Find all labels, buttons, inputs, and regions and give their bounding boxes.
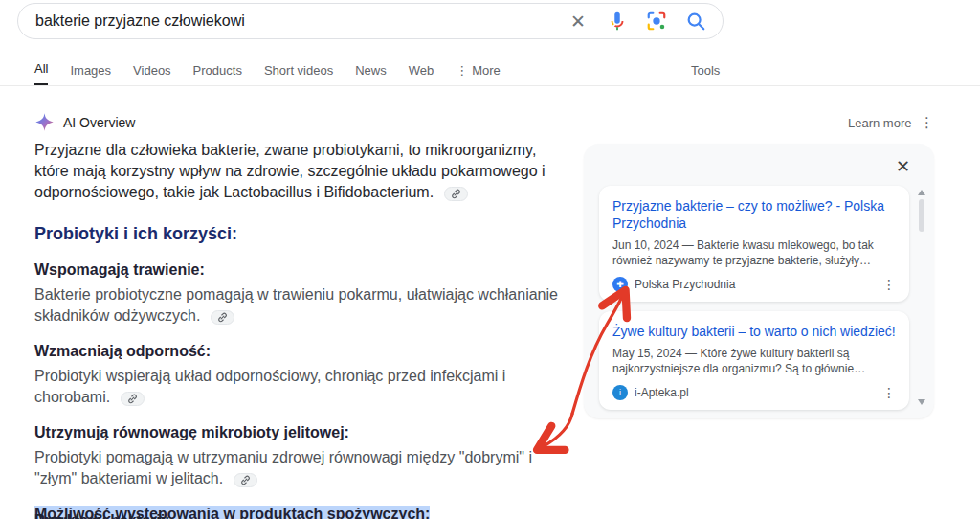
tools-button[interactable]: Tools [691, 54, 720, 86]
source-card[interactable]: Przyjazne bakterie – czy to możliwe? - P… [599, 186, 909, 302]
close-icon[interactable]: ✕ [896, 156, 910, 177]
card-kebab-icon[interactable]: ⋮ [882, 277, 896, 292]
search-input[interactable]: bakterie przyjazne człowiekowi [35, 12, 550, 30]
tab-videos[interactable]: Videos [133, 54, 171, 86]
section-heading: Probiotyki i ich korzyści: [34, 223, 558, 244]
source-card[interactable]: Żywe kultury bakterii – to warto o nich … [599, 311, 909, 410]
panel-scrollbar[interactable] [918, 190, 925, 405]
search-icon [685, 11, 706, 32]
card-source-name: i-Apteka.pl [635, 386, 689, 399]
card-title[interactable]: Przyjazne bakterie – czy to możliwe? - P… [612, 197, 896, 232]
tab-short-videos[interactable]: Short videos [264, 54, 333, 86]
more-kebab-icon: ⋮ [456, 63, 468, 78]
result-tabs: All Images Videos Products Short videos … [34, 54, 501, 86]
tab-products[interactable]: Products [193, 54, 242, 86]
search-submit-button[interactable] [684, 10, 707, 33]
favicon: i [612, 385, 628, 400]
tab-news[interactable]: News [355, 54, 387, 86]
tab-more[interactable]: ⋮ More [456, 54, 501, 86]
ai-overview-title: AI Overview [63, 115, 135, 130]
link-icon [217, 312, 228, 323]
item-text: Bakterie probiotyczne pomagają w trawien… [34, 286, 558, 324]
card-kebab-icon[interactable]: ⋮ [882, 385, 896, 400]
favicon: ✚ [612, 277, 628, 292]
item-heading: Utrzymują równowagę mikrobioty jelitowej… [34, 422, 558, 442]
clear-search-button[interactable]: ✕ [567, 10, 590, 33]
link-icon [127, 394, 138, 404]
link-icon [240, 475, 251, 485]
item-text: Probiotyki wspierają układ odpornościowy… [34, 368, 505, 405]
ai-overview-kebab-icon[interactable]: ⋮ [920, 114, 934, 131]
close-icon: ✕ [570, 12, 586, 31]
source-chip[interactable] [121, 392, 145, 406]
source-chip[interactable] [211, 310, 234, 325]
card-snippet: Jun 10, 2024 — Bakterie kwasu mlekowego,… [612, 237, 896, 268]
link-icon [451, 189, 461, 199]
scroll-down-icon[interactable] [918, 399, 925, 405]
voice-search-button[interactable] [606, 10, 629, 33]
ai-overview-header: AI Overview [34, 112, 135, 132]
scroll-up-icon[interactable] [918, 190, 925, 195]
source-cards: Przyjazne bakterie – czy to możliwe? - P… [599, 186, 909, 410]
tabs-divider [0, 85, 980, 86]
item-text: Probiotyki pomagają w utrzymaniu zdrowej… [34, 449, 532, 486]
ai-sparkle-icon [34, 112, 55, 132]
card-snippet: May 15, 2024 — Które żywe kultury bakter… [612, 346, 896, 376]
clipped-next-heading: Przykłady bakterii: [34, 512, 169, 519]
source-chip[interactable] [444, 187, 468, 201]
scrollbar-thumb[interactable] [919, 199, 924, 232]
lens-search-button[interactable] [645, 10, 668, 33]
microphone-icon [607, 11, 628, 32]
item-heading: Wspomagają trawienie: [34, 260, 558, 280]
search-bar[interactable]: bakterie przyjazne człowiekowi ✕ [17, 3, 724, 39]
intro-text: Przyjazne dla człowieka bakterie, zwane … [34, 142, 546, 200]
card-title[interactable]: Żywe kultury bakterii – to warto o nich … [612, 323, 896, 340]
learn-more-link[interactable]: Learn more [848, 116, 911, 130]
card-source-name: Polska Przychodnia [635, 278, 735, 291]
item-heading: Wzmacniają odporność: [34, 341, 558, 361]
tab-images[interactable]: Images [70, 54, 111, 86]
sources-panel: ✕ Przyjazne bakterie – czy to możliwe? -… [584, 144, 934, 418]
tab-web[interactable]: Web [409, 54, 434, 86]
google-lens-icon [646, 11, 667, 32]
tab-all[interactable]: All [34, 54, 48, 86]
source-chip[interactable] [234, 473, 257, 487]
ai-overview-body: Przyjazne dla człowieka bakterie, zwane … [34, 140, 558, 519]
